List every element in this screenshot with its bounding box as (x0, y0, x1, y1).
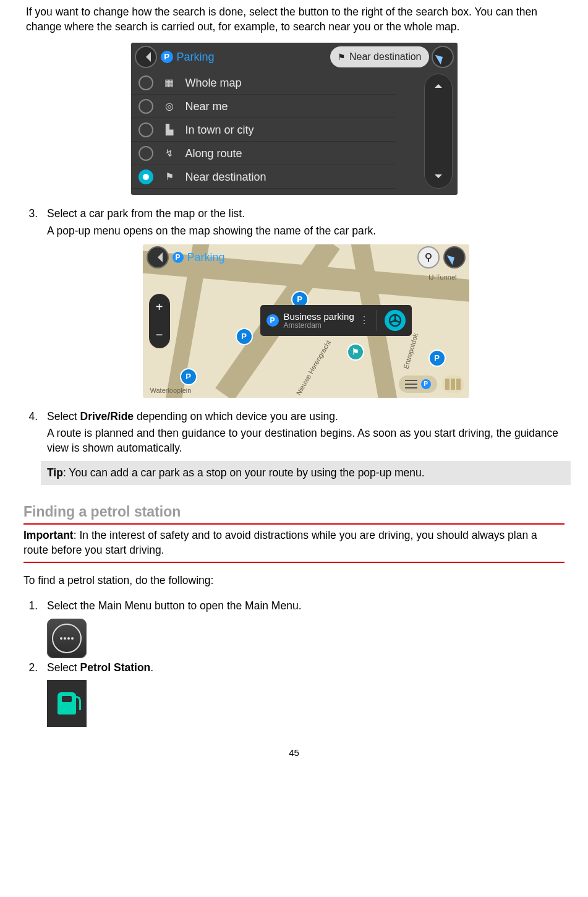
petrol-intro: To find a petrol station, do the followi… (23, 573, 565, 588)
scroll-up-icon[interactable] (435, 80, 442, 88)
figure-search-scope: P Parking ⚑ Near destination ▦ Whole map… (23, 43, 565, 199)
option-label: Along route (185, 146, 242, 161)
back-icon[interactable] (135, 46, 157, 68)
steps-list-continued: Select a car park from the map or the li… (23, 207, 565, 485)
dest-flag-icon: ⚑ (347, 343, 364, 366)
option-along-route[interactable]: ↯ Along route (131, 142, 396, 165)
svg-point-0 (426, 254, 431, 259)
city-icon: ▙ (162, 123, 177, 137)
petrol-step-1: Select the Main Menu button to open the … (41, 599, 565, 658)
figure-map-popup: Nieuwe Herengracht Entrepotdok IJ-Tunnel… (47, 244, 565, 402)
main-menu-icon (47, 619, 87, 658)
drive-button[interactable] (385, 310, 406, 331)
parking-marker-icon[interactable]: P (236, 328, 253, 350)
tip-box: Tip: You can add a car park as a stop on… (41, 461, 571, 486)
map-popup[interactable]: P Business parking Amsterdam ⋮ (260, 305, 412, 336)
pstep2-text: Select Petrol Station. (47, 661, 565, 676)
popup-title: Business parking (284, 311, 354, 322)
compass-icon[interactable] (443, 246, 466, 268)
page-number: 45 (23, 747, 565, 759)
option-near-destination[interactable]: ⚑ Near destination (131, 165, 396, 189)
svg-rect-5 (456, 379, 461, 390)
option-near-me[interactable]: ◎ Near me (131, 95, 396, 118)
street-label: Entrepotdok (401, 332, 420, 370)
important-rule (23, 562, 565, 563)
parking-label: Parking (187, 250, 225, 265)
svg-rect-3 (445, 379, 450, 390)
pstep1-text: Select the Main Menu button to open the … (47, 599, 565, 614)
map-icon: ▦ (162, 76, 177, 90)
tip-text: : You can add a car park as a stop on yo… (63, 466, 425, 479)
petrol-steps: Select the Main Menu button to open the … (23, 599, 565, 736)
option-label: Near destination (185, 170, 266, 184)
parking-icon: P (266, 314, 279, 327)
zoom-out-icon[interactable]: − (156, 327, 163, 343)
step4-line2: A route is planned and then guidance to … (47, 426, 565, 455)
parking-icon: P (421, 379, 431, 389)
step-4: Select Drive/Ride depending on which dev… (41, 410, 565, 486)
svg-point-8 (67, 637, 70, 640)
step3-line1: Select a car park from the map or the li… (47, 207, 565, 221)
option-in-town[interactable]: ▙ In town or city (131, 118, 396, 142)
flag-icon: ⚑ (338, 51, 346, 63)
svg-point-9 (71, 637, 74, 640)
svg-point-7 (64, 637, 66, 640)
zoom-control[interactable]: + − (149, 294, 170, 348)
parking-icon: P (161, 51, 173, 63)
popup-subtitle: Amsterdam (284, 322, 354, 330)
petrol-step-2: Select Petrol Station. (41, 661, 565, 736)
flag-icon: ⚑ (162, 170, 177, 184)
tip-label: Tip (47, 466, 63, 479)
columns-icon[interactable] (442, 376, 464, 393)
location-icon: ◎ (162, 100, 177, 113)
search-scope-button[interactable]: ⚑ Near destination (330, 46, 429, 67)
intro-paragraph: If you want to change how the search is … (23, 5, 565, 34)
step4-line1: Select Drive/Ride depending on which dev… (47, 410, 565, 424)
parking-marker-icon[interactable]: P (180, 368, 197, 390)
compass-icon[interactable] (432, 46, 454, 68)
option-label: Near me (185, 99, 228, 114)
street-label: IJ-Tunnel (428, 273, 456, 282)
option-label: In town or city (185, 122, 254, 137)
section-heading: Finding a petrol station (23, 502, 565, 521)
important-note: Important: In the interest of safety and… (23, 528, 565, 557)
option-whole-map[interactable]: ▦ Whole map (131, 71, 396, 95)
scrollbar[interactable] (424, 74, 453, 189)
svg-point-6 (60, 637, 62, 640)
parking-icon: P (173, 252, 184, 263)
street-label: Nieuwe Herengracht (294, 338, 333, 397)
parking-marker-icon[interactable]: P (428, 350, 446, 372)
list-icon (405, 380, 417, 388)
search-field-parking[interactable]: P Parking (161, 49, 328, 64)
petrol-station-icon (47, 680, 87, 727)
step3-line2: A pop-up menu opens on the map showing t… (47, 224, 565, 239)
section-rule (23, 523, 565, 525)
list-view-button[interactable]: P (399, 376, 437, 393)
svg-rect-4 (451, 379, 455, 390)
step-3: Select a car park from the map or the li… (41, 207, 565, 402)
scroll-down-icon[interactable] (435, 174, 442, 182)
popup-menu-icon[interactable]: ⋮ (359, 314, 369, 327)
search-scope-icon[interactable] (417, 246, 440, 268)
option-label: Whole map (185, 75, 242, 90)
route-icon: ↯ (162, 147, 177, 160)
scope-pill-label: Near destination (349, 50, 422, 64)
zoom-in-icon[interactable]: + (156, 299, 163, 315)
scope-option-list: ▦ Whole map ◎ Near me ▙ In town or city … (131, 71, 396, 189)
search-field-parking[interactable]: P Parking (173, 250, 414, 265)
back-icon[interactable] (147, 246, 169, 268)
parking-label: Parking (177, 49, 215, 64)
